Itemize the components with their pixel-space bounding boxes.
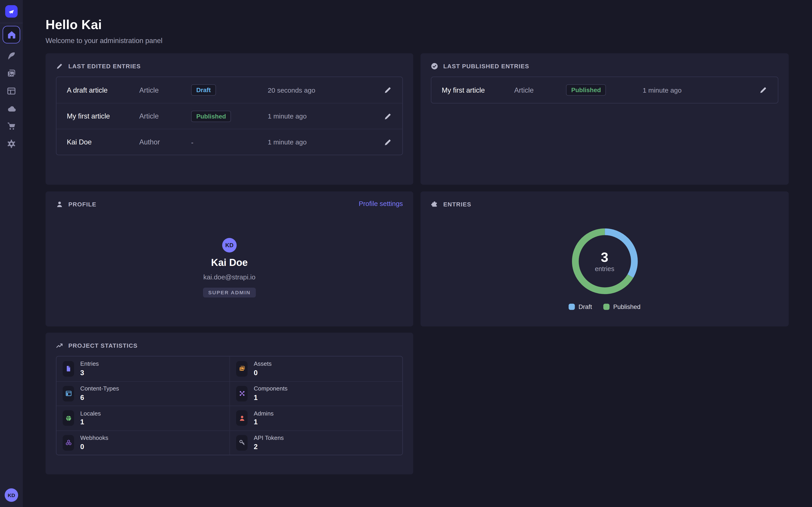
stat-value: 2 [254,443,284,450]
layout-icon [65,390,72,397]
entry-type: Author [139,138,191,146]
project-statistics-card: PROJECT STATISTICS Entries3 [46,333,413,474]
key-icon [239,439,245,446]
stat-label: Content-Types [80,386,119,392]
trend-up-icon [56,342,63,349]
entry-name: My first article [67,112,139,120]
sidebar-item-home[interactable] [2,26,20,44]
sidebar-item-content-manager[interactable] [6,86,17,96]
stat-value: 0 [80,443,108,450]
entry-name: A draft article [67,86,139,94]
edit-entry-button[interactable] [384,86,392,94]
app-window: KD Hello Kai Welcome to your administrat… [0,0,812,507]
last-edited-table: A draft article Article Draft 20 seconds… [56,76,403,155]
sidebar-item-marketplace[interactable] [6,121,17,131]
last-published-table: My first article Article Published 1 min… [431,76,778,103]
chart-legend: Draft Published [569,303,641,310]
images-icon [7,69,16,78]
pencil-icon [384,138,392,146]
sidebar-item-media-library[interactable] [6,68,17,79]
entry-type: Article [514,86,566,94]
strapi-logo[interactable] [5,5,17,17]
pencil-icon [56,63,63,70]
person-icon [56,201,63,208]
edit-entry-button[interactable] [384,138,392,146]
entry-name: My first article [442,86,514,94]
legend-label: Draft [578,303,592,310]
card-title: LAST PUBLISHED ENTRIES [443,63,529,69]
stat-api-tokens: API Tokens2 [230,430,402,455]
pencil-icon [759,86,768,94]
cloud-icon [6,104,16,114]
stat-label: Assets [254,361,271,367]
profile-email: kai.doe@strapi.io [203,273,256,281]
stat-assets: Assets0 [230,356,402,381]
sidebar-divider [0,23,23,23]
entry-time: 1 minute ago [268,138,378,146]
card-title: PROJECT STATISTICS [68,342,138,349]
components-icon [239,390,245,397]
status-badge: Published [566,84,606,96]
stat-webhooks: Webhooks0 [56,430,230,455]
stat-locales: Locales1 [56,406,230,430]
published-swatch [603,304,610,310]
puzzle-icon [431,201,438,208]
main-content: Hello Kai Welcome to your administration… [23,0,812,507]
card-title: PROFILE [68,201,96,208]
pencil-icon [384,86,392,94]
last-edited-entries-card: LAST EDITED ENTRIES A draft article Arti… [46,53,413,184]
user-icon [239,415,245,421]
edit-entry-button[interactable] [384,112,392,120]
user-avatar[interactable]: KD [5,488,18,502]
profile-avatar: KD [222,238,237,252]
table-row[interactable]: My first article Article Published 1 min… [56,103,402,129]
status-badge: Published [191,110,231,122]
stat-admins: Admins1 [230,406,402,430]
stat-value: 6 [80,394,119,401]
document-icon [65,365,72,372]
table-row[interactable]: A draft article Article Draft 20 seconds… [56,77,402,103]
entry-type: Article [139,112,191,120]
stat-label: Admins [254,410,273,416]
entries-total: 3 [601,250,608,264]
stat-value: 1 [80,419,101,426]
stat-label: Webhooks [80,435,108,441]
card-title: LAST EDITED ENTRIES [68,63,141,69]
role-badge: SUPER ADMIN [203,288,256,298]
stat-value: 1 [254,394,288,401]
legend-label: Published [613,303,641,310]
stat-label: API Tokens [254,435,284,441]
stat-entries: Entries3 [56,356,230,381]
cart-icon [7,122,16,131]
stat-label: Components [254,386,288,392]
entry-time: 1 minute ago [268,112,378,120]
table-row[interactable]: My first article Article Published 1 min… [431,77,778,103]
stat-label: Entries [80,361,99,367]
globe-icon [65,415,72,421]
entries-card: ENTRIES 3 entries [420,191,789,326]
page-title: Hello Kai [46,17,789,32]
webhook-icon [65,439,72,446]
check-circle-icon [431,63,438,70]
profile-name: Kai Doe [211,257,248,269]
profile-settings-link[interactable]: Profile settings [359,200,403,207]
layout-icon [7,86,16,96]
sidebar-item-settings[interactable] [6,138,17,149]
entry-type: Article [139,86,191,94]
legend-item-published: Published [603,303,641,310]
entries-donut-chart: 3 entries [571,228,638,294]
stat-content-types: Content-Types6 [56,381,230,406]
page-subtitle: Welcome to your administration panel [46,37,789,44]
edit-entry-button[interactable] [759,86,768,94]
legend-item-draft: Draft [569,303,592,310]
table-row[interactable]: Kai Doe Author - 1 minute ago [56,129,402,155]
last-published-entries-card: LAST PUBLISHED ENTRIES My first article … [420,53,789,184]
draft-swatch [569,304,575,310]
feather-icon [7,51,16,60]
entries-total-label: entries [595,265,614,272]
entry-time: 1 minute ago [643,86,754,94]
card-title: ENTRIES [443,201,471,208]
pencil-icon [384,112,392,120]
sidebar-item-cloud[interactable] [6,103,17,114]
sidebar-item-content-type-builder[interactable] [6,51,17,61]
